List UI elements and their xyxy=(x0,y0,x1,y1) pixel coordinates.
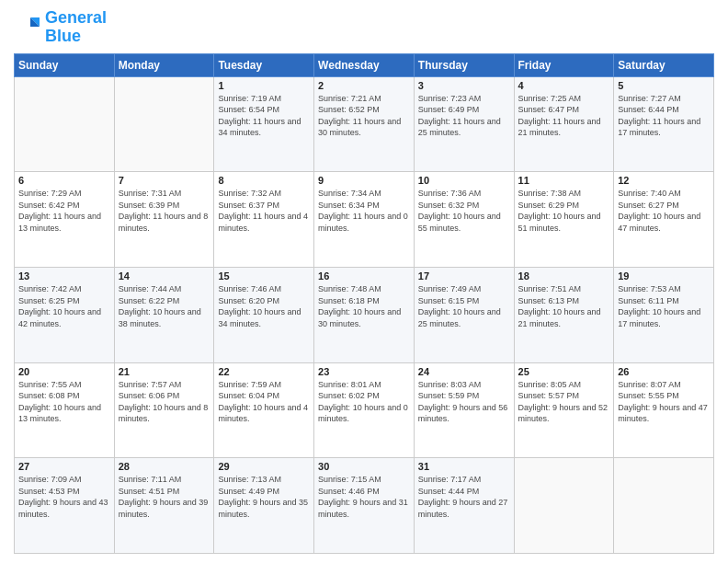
calendar-week-row: 1Sunrise: 7:19 AM Sunset: 6:54 PM Daylig… xyxy=(15,76,714,172)
day-number: 25 xyxy=(518,366,610,377)
calendar-cell: 27Sunrise: 7:09 AM Sunset: 4:53 PM Dayli… xyxy=(15,458,115,554)
day-number: 21 xyxy=(119,366,210,377)
calendar-week-row: 6Sunrise: 7:29 AM Sunset: 6:42 PM Daylig… xyxy=(15,172,714,268)
day-info: Sunrise: 7:44 AM Sunset: 6:22 PM Dayligh… xyxy=(119,283,210,329)
day-number: 9 xyxy=(318,175,410,186)
weekday-header: Saturday xyxy=(614,53,714,76)
day-number: 28 xyxy=(119,461,210,472)
day-number: 4 xyxy=(518,80,610,91)
day-number: 8 xyxy=(218,175,310,186)
calendar-cell: 2Sunrise: 7:21 AM Sunset: 6:52 PM Daylig… xyxy=(314,76,415,172)
day-info: Sunrise: 7:57 AM Sunset: 6:06 PM Dayligh… xyxy=(119,379,210,425)
calendar-cell: 8Sunrise: 7:32 AM Sunset: 6:37 PM Daylig… xyxy=(214,172,314,268)
day-number: 27 xyxy=(18,461,110,472)
day-info: Sunrise: 8:05 AM Sunset: 5:57 PM Dayligh… xyxy=(518,379,610,425)
day-number: 14 xyxy=(119,270,210,282)
weekday-header: Monday xyxy=(114,53,214,76)
day-info: Sunrise: 7:19 AM Sunset: 6:54 PM Dayligh… xyxy=(218,93,310,139)
day-number: 26 xyxy=(618,366,710,377)
day-number: 13 xyxy=(18,270,110,282)
day-info: Sunrise: 7:31 AM Sunset: 6:39 PM Dayligh… xyxy=(119,188,210,234)
day-info: Sunrise: 7:23 AM Sunset: 6:49 PM Dayligh… xyxy=(418,93,510,139)
day-number: 30 xyxy=(318,461,410,472)
day-info: Sunrise: 7:15 AM Sunset: 4:46 PM Dayligh… xyxy=(318,474,410,520)
day-info: Sunrise: 7:38 AM Sunset: 6:29 PM Dayligh… xyxy=(518,188,610,234)
calendar-cell: 24Sunrise: 8:03 AM Sunset: 5:59 PM Dayli… xyxy=(414,362,514,458)
calendar-cell: 17Sunrise: 7:49 AM Sunset: 6:15 PM Dayli… xyxy=(414,267,514,362)
day-number: 10 xyxy=(418,175,510,186)
day-info: Sunrise: 7:40 AM Sunset: 6:27 PM Dayligh… xyxy=(618,188,710,234)
calendar-cell: 3Sunrise: 7:23 AM Sunset: 6:49 PM Daylig… xyxy=(414,76,514,172)
day-number: 22 xyxy=(218,366,310,377)
weekday-header: Sunday xyxy=(15,53,115,76)
day-number: 3 xyxy=(418,80,510,91)
day-number: 7 xyxy=(119,175,210,186)
calendar-cell: 23Sunrise: 8:01 AM Sunset: 6:02 PM Dayli… xyxy=(314,362,415,458)
calendar-cell: 12Sunrise: 7:40 AM Sunset: 6:27 PM Dayli… xyxy=(614,172,714,268)
day-info: Sunrise: 7:59 AM Sunset: 6:04 PM Dayligh… xyxy=(218,379,310,425)
day-info: Sunrise: 7:34 AM Sunset: 6:34 PM Dayligh… xyxy=(318,188,410,234)
day-info: Sunrise: 7:55 AM Sunset: 6:08 PM Dayligh… xyxy=(18,379,110,425)
day-number: 24 xyxy=(418,366,510,377)
logo-blue: Blue xyxy=(45,27,81,45)
calendar-cell: 15Sunrise: 7:46 AM Sunset: 6:20 PM Dayli… xyxy=(214,267,314,362)
page: General Blue SundayMondayTuesdayWednesda… xyxy=(0,0,728,563)
calendar-cell: 14Sunrise: 7:44 AM Sunset: 6:22 PM Dayli… xyxy=(114,267,214,362)
day-number: 2 xyxy=(318,80,410,91)
day-number: 6 xyxy=(18,175,110,186)
calendar-cell: 5Sunrise: 7:27 AM Sunset: 6:44 PM Daylig… xyxy=(614,76,714,172)
header: General Blue xyxy=(14,9,714,46)
day-info: Sunrise: 7:53 AM Sunset: 6:11 PM Dayligh… xyxy=(618,283,710,329)
calendar-cell xyxy=(514,458,614,554)
calendar-week-row: 20Sunrise: 7:55 AM Sunset: 6:08 PM Dayli… xyxy=(15,362,714,458)
calendar-cell: 18Sunrise: 7:51 AM Sunset: 6:13 PM Dayli… xyxy=(514,267,614,362)
calendar-cell: 28Sunrise: 7:11 AM Sunset: 4:51 PM Dayli… xyxy=(114,458,214,554)
day-info: Sunrise: 7:42 AM Sunset: 6:25 PM Dayligh… xyxy=(18,283,110,329)
calendar-cell: 31Sunrise: 7:17 AM Sunset: 4:44 PM Dayli… xyxy=(414,458,514,554)
day-info: Sunrise: 7:25 AM Sunset: 6:47 PM Dayligh… xyxy=(518,93,610,139)
calendar-cell: 20Sunrise: 7:55 AM Sunset: 6:08 PM Dayli… xyxy=(15,362,115,458)
day-info: Sunrise: 7:46 AM Sunset: 6:20 PM Dayligh… xyxy=(218,283,310,329)
day-info: Sunrise: 8:07 AM Sunset: 5:55 PM Dayligh… xyxy=(618,379,710,425)
day-number: 1 xyxy=(218,80,310,91)
day-info: Sunrise: 7:17 AM Sunset: 4:44 PM Dayligh… xyxy=(418,474,510,520)
day-info: Sunrise: 7:32 AM Sunset: 6:37 PM Dayligh… xyxy=(218,188,310,234)
calendar-cell: 21Sunrise: 7:57 AM Sunset: 6:06 PM Dayli… xyxy=(114,362,214,458)
calendar-cell xyxy=(15,76,115,172)
day-info: Sunrise: 7:09 AM Sunset: 4:53 PM Dayligh… xyxy=(18,474,110,520)
calendar-cell: 6Sunrise: 7:29 AM Sunset: 6:42 PM Daylig… xyxy=(15,172,115,268)
calendar-cell: 4Sunrise: 7:25 AM Sunset: 6:47 PM Daylig… xyxy=(514,76,614,172)
calendar-cell: 25Sunrise: 8:05 AM Sunset: 5:57 PM Dayli… xyxy=(514,362,614,458)
calendar-cell: 13Sunrise: 7:42 AM Sunset: 6:25 PM Dayli… xyxy=(15,267,115,362)
weekday-header: Friday xyxy=(514,53,614,76)
calendar-cell: 22Sunrise: 7:59 AM Sunset: 6:04 PM Dayli… xyxy=(214,362,314,458)
day-info: Sunrise: 8:03 AM Sunset: 5:59 PM Dayligh… xyxy=(418,379,510,425)
day-number: 11 xyxy=(518,175,610,186)
day-info: Sunrise: 7:29 AM Sunset: 6:42 PM Dayligh… xyxy=(18,188,110,234)
day-info: Sunrise: 7:27 AM Sunset: 6:44 PM Dayligh… xyxy=(618,93,710,139)
day-number: 15 xyxy=(218,270,310,282)
day-number: 29 xyxy=(218,461,310,472)
calendar-cell: 19Sunrise: 7:53 AM Sunset: 6:11 PM Dayli… xyxy=(614,267,714,362)
logo-icon xyxy=(14,14,41,41)
day-number: 18 xyxy=(518,270,610,282)
calendar-table: SundayMondayTuesdayWednesdayThursdayFrid… xyxy=(14,53,714,554)
calendar-cell: 29Sunrise: 7:13 AM Sunset: 4:49 PM Dayli… xyxy=(214,458,314,554)
day-info: Sunrise: 7:49 AM Sunset: 6:15 PM Dayligh… xyxy=(418,283,510,329)
day-number: 5 xyxy=(618,80,710,91)
logo-general: General xyxy=(45,8,107,27)
weekday-header: Tuesday xyxy=(214,53,314,76)
day-number: 17 xyxy=(418,270,510,282)
day-number: 20 xyxy=(18,366,110,377)
calendar-week-row: 13Sunrise: 7:42 AM Sunset: 6:25 PM Dayli… xyxy=(15,267,714,362)
weekday-header: Wednesday xyxy=(314,53,415,76)
calendar-cell: 10Sunrise: 7:36 AM Sunset: 6:32 PM Dayli… xyxy=(414,172,514,268)
calendar-cell: 1Sunrise: 7:19 AM Sunset: 6:54 PM Daylig… xyxy=(214,76,314,172)
weekday-header-row: SundayMondayTuesdayWednesdayThursdayFrid… xyxy=(15,53,714,76)
calendar-cell: 9Sunrise: 7:34 AM Sunset: 6:34 PM Daylig… xyxy=(314,172,415,268)
weekday-header: Thursday xyxy=(414,53,514,76)
calendar-cell: 30Sunrise: 7:15 AM Sunset: 4:46 PM Dayli… xyxy=(314,458,415,554)
calendar-cell xyxy=(614,458,714,554)
day-number: 12 xyxy=(618,175,710,186)
day-number: 31 xyxy=(418,461,510,472)
